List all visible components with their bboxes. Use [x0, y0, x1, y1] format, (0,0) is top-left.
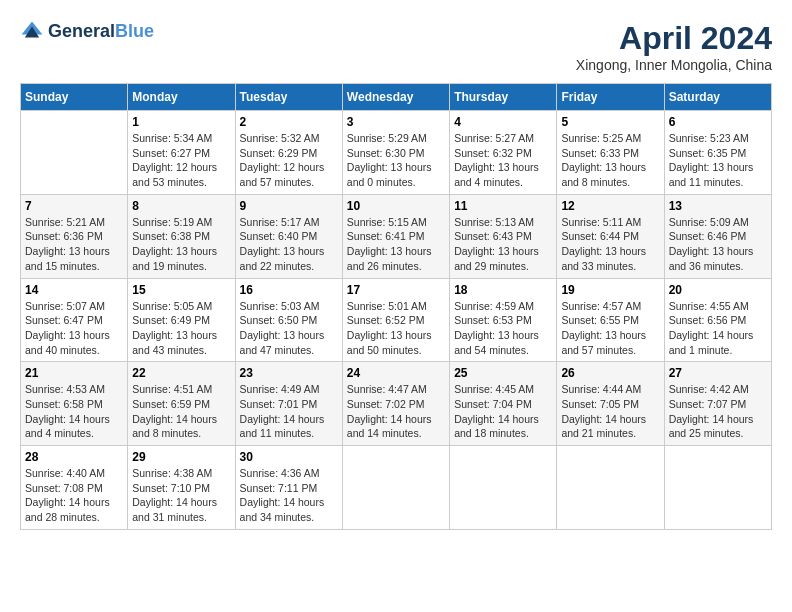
day-cell: 10Sunrise: 5:15 AM Sunset: 6:41 PM Dayli… [342, 194, 449, 278]
day-cell: 4Sunrise: 5:27 AM Sunset: 6:32 PM Daylig… [450, 111, 557, 195]
day-number: 10 [347, 199, 445, 213]
day-number: 30 [240, 450, 338, 464]
day-cell: 28Sunrise: 4:40 AM Sunset: 7:08 PM Dayli… [21, 446, 128, 530]
day-cell: 13Sunrise: 5:09 AM Sunset: 6:46 PM Dayli… [664, 194, 771, 278]
day-cell [664, 446, 771, 530]
day-info: Sunrise: 4:42 AM Sunset: 7:07 PM Dayligh… [669, 382, 767, 441]
day-info: Sunrise: 5:09 AM Sunset: 6:46 PM Dayligh… [669, 215, 767, 274]
day-number: 5 [561, 115, 659, 129]
day-cell: 14Sunrise: 5:07 AM Sunset: 6:47 PM Dayli… [21, 278, 128, 362]
day-info: Sunrise: 5:05 AM Sunset: 6:49 PM Dayligh… [132, 299, 230, 358]
weekday-header-friday: Friday [557, 84, 664, 111]
day-number: 2 [240, 115, 338, 129]
weekday-header-monday: Monday [128, 84, 235, 111]
calendar-table: SundayMondayTuesdayWednesdayThursdayFrid… [20, 83, 772, 530]
day-number: 11 [454, 199, 552, 213]
day-cell: 22Sunrise: 4:51 AM Sunset: 6:59 PM Dayli… [128, 362, 235, 446]
day-number: 12 [561, 199, 659, 213]
day-info: Sunrise: 4:55 AM Sunset: 6:56 PM Dayligh… [669, 299, 767, 358]
day-info: Sunrise: 5:13 AM Sunset: 6:43 PM Dayligh… [454, 215, 552, 274]
day-number: 25 [454, 366, 552, 380]
day-info: Sunrise: 4:47 AM Sunset: 7:02 PM Dayligh… [347, 382, 445, 441]
day-cell: 16Sunrise: 5:03 AM Sunset: 6:50 PM Dayli… [235, 278, 342, 362]
day-info: Sunrise: 5:25 AM Sunset: 6:33 PM Dayligh… [561, 131, 659, 190]
day-info: Sunrise: 4:45 AM Sunset: 7:04 PM Dayligh… [454, 382, 552, 441]
day-cell: 29Sunrise: 4:38 AM Sunset: 7:10 PM Dayli… [128, 446, 235, 530]
weekday-header-saturday: Saturday [664, 84, 771, 111]
day-info: Sunrise: 5:23 AM Sunset: 6:35 PM Dayligh… [669, 131, 767, 190]
week-row-2: 7Sunrise: 5:21 AM Sunset: 6:36 PM Daylig… [21, 194, 772, 278]
day-number: 22 [132, 366, 230, 380]
day-cell: 7Sunrise: 5:21 AM Sunset: 6:36 PM Daylig… [21, 194, 128, 278]
day-info: Sunrise: 5:07 AM Sunset: 6:47 PM Dayligh… [25, 299, 123, 358]
weekday-header-wednesday: Wednesday [342, 84, 449, 111]
day-number: 6 [669, 115, 767, 129]
day-cell: 5Sunrise: 5:25 AM Sunset: 6:33 PM Daylig… [557, 111, 664, 195]
logo: GeneralBlue [20, 20, 154, 44]
day-number: 1 [132, 115, 230, 129]
day-info: Sunrise: 5:15 AM Sunset: 6:41 PM Dayligh… [347, 215, 445, 274]
day-info: Sunrise: 4:49 AM Sunset: 7:01 PM Dayligh… [240, 382, 338, 441]
day-info: Sunrise: 4:36 AM Sunset: 7:11 PM Dayligh… [240, 466, 338, 525]
page-header: GeneralBlue April 2024 Xingong, Inner Mo… [20, 20, 772, 73]
weekday-header-thursday: Thursday [450, 84, 557, 111]
day-cell: 23Sunrise: 4:49 AM Sunset: 7:01 PM Dayli… [235, 362, 342, 446]
day-number: 24 [347, 366, 445, 380]
logo-text: GeneralBlue [48, 22, 154, 42]
day-cell: 6Sunrise: 5:23 AM Sunset: 6:35 PM Daylig… [664, 111, 771, 195]
day-number: 3 [347, 115, 445, 129]
day-info: Sunrise: 5:03 AM Sunset: 6:50 PM Dayligh… [240, 299, 338, 358]
day-info: Sunrise: 5:34 AM Sunset: 6:27 PM Dayligh… [132, 131, 230, 190]
day-number: 7 [25, 199, 123, 213]
day-number: 26 [561, 366, 659, 380]
title-block: April 2024 Xingong, Inner Mongolia, Chin… [576, 20, 772, 73]
day-number: 15 [132, 283, 230, 297]
day-cell: 17Sunrise: 5:01 AM Sunset: 6:52 PM Dayli… [342, 278, 449, 362]
day-cell: 30Sunrise: 4:36 AM Sunset: 7:11 PM Dayli… [235, 446, 342, 530]
day-number: 23 [240, 366, 338, 380]
logo-icon [20, 20, 44, 44]
day-info: Sunrise: 5:32 AM Sunset: 6:29 PM Dayligh… [240, 131, 338, 190]
day-number: 19 [561, 283, 659, 297]
day-number: 27 [669, 366, 767, 380]
day-info: Sunrise: 4:44 AM Sunset: 7:05 PM Dayligh… [561, 382, 659, 441]
day-number: 4 [454, 115, 552, 129]
day-info: Sunrise: 5:11 AM Sunset: 6:44 PM Dayligh… [561, 215, 659, 274]
week-row-5: 28Sunrise: 4:40 AM Sunset: 7:08 PM Dayli… [21, 446, 772, 530]
day-cell: 27Sunrise: 4:42 AM Sunset: 7:07 PM Dayli… [664, 362, 771, 446]
day-info: Sunrise: 4:40 AM Sunset: 7:08 PM Dayligh… [25, 466, 123, 525]
day-number: 20 [669, 283, 767, 297]
day-cell [450, 446, 557, 530]
location: Xingong, Inner Mongolia, China [576, 57, 772, 73]
weekday-header-tuesday: Tuesday [235, 84, 342, 111]
day-cell: 3Sunrise: 5:29 AM Sunset: 6:30 PM Daylig… [342, 111, 449, 195]
day-number: 17 [347, 283, 445, 297]
day-cell: 20Sunrise: 4:55 AM Sunset: 6:56 PM Dayli… [664, 278, 771, 362]
day-cell [21, 111, 128, 195]
day-cell: 12Sunrise: 5:11 AM Sunset: 6:44 PM Dayli… [557, 194, 664, 278]
day-cell: 26Sunrise: 4:44 AM Sunset: 7:05 PM Dayli… [557, 362, 664, 446]
weekday-header-sunday: Sunday [21, 84, 128, 111]
day-cell: 2Sunrise: 5:32 AM Sunset: 6:29 PM Daylig… [235, 111, 342, 195]
day-number: 28 [25, 450, 123, 464]
day-info: Sunrise: 4:38 AM Sunset: 7:10 PM Dayligh… [132, 466, 230, 525]
week-row-1: 1Sunrise: 5:34 AM Sunset: 6:27 PM Daylig… [21, 111, 772, 195]
day-cell: 25Sunrise: 4:45 AM Sunset: 7:04 PM Dayli… [450, 362, 557, 446]
weekday-header-row: SundayMondayTuesdayWednesdayThursdayFrid… [21, 84, 772, 111]
day-cell: 15Sunrise: 5:05 AM Sunset: 6:49 PM Dayli… [128, 278, 235, 362]
day-info: Sunrise: 5:27 AM Sunset: 6:32 PM Dayligh… [454, 131, 552, 190]
day-cell: 18Sunrise: 4:59 AM Sunset: 6:53 PM Dayli… [450, 278, 557, 362]
day-cell [342, 446, 449, 530]
day-info: Sunrise: 5:21 AM Sunset: 6:36 PM Dayligh… [25, 215, 123, 274]
day-number: 13 [669, 199, 767, 213]
day-cell: 24Sunrise: 4:47 AM Sunset: 7:02 PM Dayli… [342, 362, 449, 446]
day-number: 8 [132, 199, 230, 213]
day-number: 9 [240, 199, 338, 213]
day-number: 18 [454, 283, 552, 297]
day-cell: 11Sunrise: 5:13 AM Sunset: 6:43 PM Dayli… [450, 194, 557, 278]
day-info: Sunrise: 5:01 AM Sunset: 6:52 PM Dayligh… [347, 299, 445, 358]
day-cell: 19Sunrise: 4:57 AM Sunset: 6:55 PM Dayli… [557, 278, 664, 362]
day-cell: 21Sunrise: 4:53 AM Sunset: 6:58 PM Dayli… [21, 362, 128, 446]
day-info: Sunrise: 4:59 AM Sunset: 6:53 PM Dayligh… [454, 299, 552, 358]
day-cell: 8Sunrise: 5:19 AM Sunset: 6:38 PM Daylig… [128, 194, 235, 278]
